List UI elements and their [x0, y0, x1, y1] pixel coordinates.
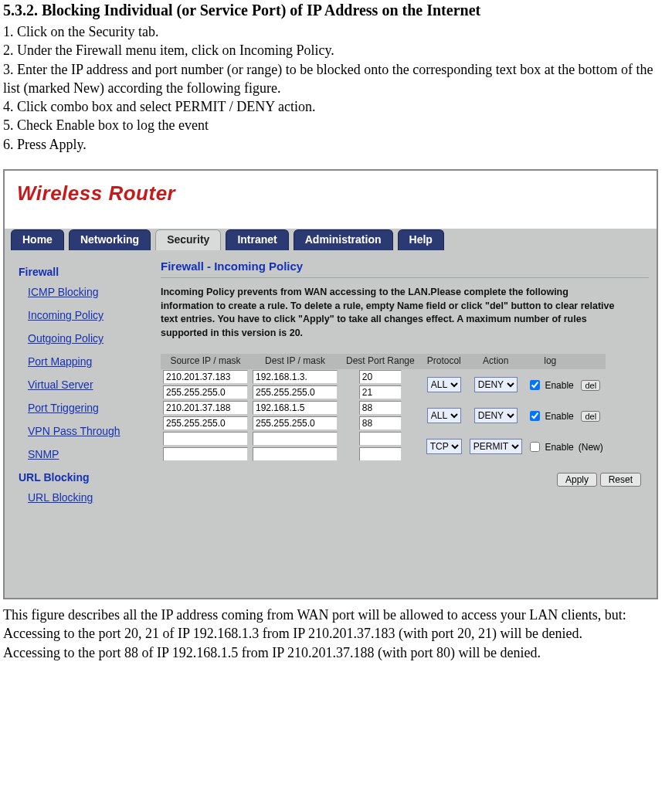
enable-label: Enable	[545, 379, 573, 390]
button-row: Apply Reset	[161, 462, 649, 494]
col-dest-port: Dest Port Range	[340, 354, 421, 369]
dst-mask-input[interactable]	[253, 385, 338, 399]
step-6: 6. Press Apply.	[3, 135, 669, 154]
content-pane: Firewall - Incoming Policy Incoming Poli…	[151, 250, 657, 598]
dst-ip-input[interactable]	[253, 401, 338, 415]
sidebar-item-port-triggering[interactable]: Port Triggering	[28, 402, 145, 414]
table-row-new: TCP PERMIT Enable (New)	[161, 431, 606, 446]
reset-button[interactable]: Reset	[600, 473, 641, 487]
enable-checkbox[interactable]	[530, 442, 540, 452]
delete-button[interactable]: del	[581, 411, 600, 422]
port1-input[interactable]	[359, 432, 402, 446]
sidebar-item-incoming-policy[interactable]: Incoming Policy	[28, 309, 145, 321]
dst-mask-input[interactable]	[253, 447, 338, 461]
sidebar-item-icmp-blocking[interactable]: ICMP Blocking	[28, 286, 145, 298]
table-row: ALL DENY Enable del	[161, 369, 606, 385]
dst-mask-input[interactable]	[253, 416, 338, 430]
protocol-select[interactable]: TCP	[426, 439, 462, 454]
step-5: 5. Check Enable box to log the event	[3, 116, 669, 134]
sidebar-item-snmp[interactable]: SNMP	[28, 448, 145, 460]
apply-button[interactable]: Apply	[557, 473, 597, 487]
step-4: 4. Click combo box and select PERMIT / D…	[3, 97, 669, 116]
sidebar-item-virtual-server[interactable]: Virtual Server	[28, 378, 145, 391]
section-heading: 5.3.2. Blocking Individual (or Service P…	[3, 2, 669, 19]
sidebar-item-vpn-pass-through[interactable]: VPN Pass Through	[28, 425, 145, 437]
dst-ip-input[interactable]	[253, 370, 338, 384]
src-mask-input[interactable]	[163, 385, 248, 399]
after-figure-text-2: Accessing to the port 88 of IP 192.168.1…	[3, 643, 669, 662]
dst-ip-input[interactable]	[253, 432, 338, 446]
enable-checkbox[interactable]	[530, 380, 540, 390]
tab-security[interactable]: Security	[155, 229, 221, 250]
src-ip-input[interactable]	[163, 432, 248, 446]
page-title: Firewall - Incoming Policy	[161, 260, 649, 278]
port2-input[interactable]	[359, 385, 402, 399]
step-2: 2. Under the Firewall menu item, click o…	[3, 41, 669, 59]
action-select[interactable]: PERMIT	[470, 439, 522, 454]
sidebar-item-url-blocking[interactable]: URL Blocking	[28, 491, 145, 504]
protocol-select[interactable]: ALL	[427, 377, 461, 392]
router-admin-screenshot: Wireless Router Home Networking Security…	[3, 169, 658, 599]
sidebar-section-url-blocking: URL Blocking	[19, 471, 145, 484]
tab-help[interactable]: Help	[398, 229, 444, 250]
enable-checkbox[interactable]	[530, 411, 540, 421]
tab-networking[interactable]: Networking	[69, 229, 151, 250]
page-description: Incoming Policy prevents from WAN access…	[161, 286, 624, 340]
tab-intranet[interactable]: Intranet	[226, 229, 288, 250]
new-row-label: (New)	[579, 442, 603, 453]
src-ip-input[interactable]	[163, 401, 248, 415]
enable-label: Enable	[545, 410, 573, 421]
port2-input[interactable]	[359, 416, 402, 430]
tabs-row: Home Networking Security Intranet Admini…	[5, 229, 657, 250]
action-select[interactable]: DENY	[474, 408, 518, 423]
sidebar-item-port-mapping[interactable]: Port Mapping	[28, 355, 145, 368]
port1-input[interactable]	[359, 370, 402, 384]
col-source-ip: Source IP / mask	[161, 354, 250, 369]
port2-input[interactable]	[359, 447, 402, 461]
after-figure-text-1: This figure describes all the IP address…	[3, 606, 669, 643]
sidebar: Firewall ICMP Blocking Incoming Policy O…	[5, 250, 151, 598]
table-header-row: Source IP / mask Dest IP / mask Dest Por…	[161, 354, 606, 369]
router-logo: Wireless Router	[17, 182, 175, 205]
step-1: 1. Click on the Security tab.	[3, 22, 669, 41]
col-protocol: Protocol	[421, 354, 467, 369]
router-header: Wireless Router	[5, 171, 657, 229]
delete-button[interactable]: del	[581, 380, 600, 391]
table-row: ALL DENY Enable del	[161, 400, 606, 416]
col-log: log	[524, 354, 576, 369]
action-select[interactable]: DENY	[474, 377, 518, 392]
col-action: Action	[467, 354, 524, 369]
src-ip-input[interactable]	[163, 370, 248, 384]
step-3: 3. Enter the IP address and port number …	[3, 60, 669, 98]
sidebar-item-outgoing-policy[interactable]: Outgoing Policy	[28, 332, 145, 344]
protocol-select[interactable]: ALL	[427, 408, 461, 423]
sidebar-section-firewall: Firewall	[19, 266, 145, 278]
enable-label: Enable	[545, 441, 573, 452]
col-dest-ip: Dest IP / mask	[250, 354, 340, 369]
tab-home[interactable]: Home	[11, 229, 64, 250]
tab-administration[interactable]: Administration	[294, 229, 393, 250]
port1-input[interactable]	[359, 401, 402, 415]
policy-table: Source IP / mask Dest IP / mask Dest Por…	[161, 354, 606, 462]
src-mask-input[interactable]	[163, 416, 248, 430]
src-mask-input[interactable]	[163, 447, 248, 461]
